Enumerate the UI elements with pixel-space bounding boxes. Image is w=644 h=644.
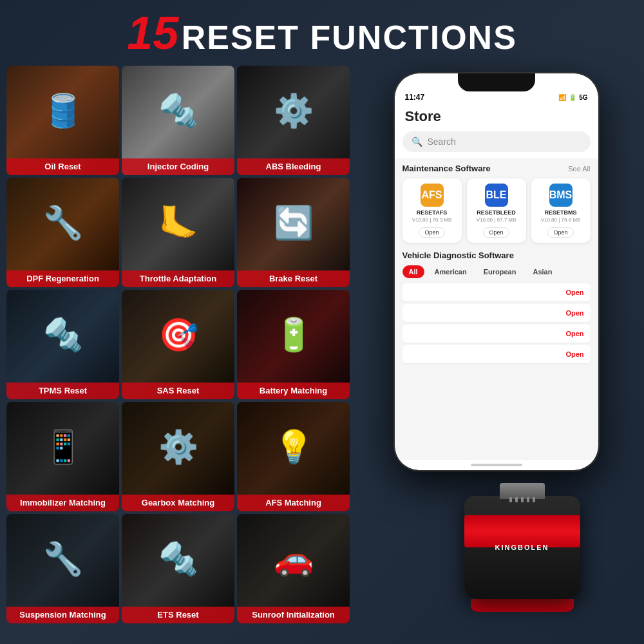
obd-connector <box>500 483 545 499</box>
tpms-reset-icon: 🔩 <box>6 290 119 380</box>
filter-tab-european[interactable]: European <box>477 265 523 278</box>
vehicle-diag-title: Vehicle Diagnostic Software <box>402 251 514 260</box>
sw-card-0: AFS RESETAFS V10.80 | 70.3 MB Open <box>402 178 462 243</box>
filter-tab-american[interactable]: American <box>428 265 473 278</box>
see-all-link[interactable]: See All <box>568 165 590 173</box>
brake-reset-label: Brake Reset <box>237 270 350 287</box>
main-content: 🛢️ Oil Reset 🔩 Injector Coding ⚙️ ABS Bl… <box>6 66 638 638</box>
abs-bleeding-icon: ⚙️ <box>237 66 350 156</box>
vehicle-list: OpenOpenOpenOpen <box>402 283 591 363</box>
search-bar[interactable]: 🔍 Search <box>402 131 591 152</box>
vehicle-open-link-3[interactable]: Open <box>565 350 583 358</box>
vehicle-row-1: Open <box>402 304 591 322</box>
page-wrapper: 15 RESET FUNCTIONS 🛢️ Oil Reset 🔩 Inject… <box>0 0 644 644</box>
sw-open-btn-2[interactable]: Open <box>547 227 573 238</box>
filter-tabs: AllAmericanEuropeanAsian <box>402 265 591 278</box>
vehicle-open-link-2[interactable]: Open <box>565 330 583 337</box>
obd-pin <box>527 497 529 502</box>
ets-reset-icon: 🔩 <box>122 514 234 604</box>
sas-reset-tile[interactable]: 🎯 SAS Reset <box>122 290 234 399</box>
vehicle-open-link-1[interactable]: Open <box>565 309 583 317</box>
immobilizer-matching-label: Immobilizer Matching <box>6 495 119 511</box>
immobilizer-matching-tile[interactable]: 📱 Immobilizer Matching <box>6 402 119 511</box>
abs-bleeding-tile[interactable]: ⚙️ ABS Bleeding <box>237 66 350 175</box>
obd-pin <box>533 497 535 502</box>
sw-card-2: BMS RESETBMS V10.80 | 79.6 MB Open <box>531 178 591 243</box>
maintenance-title: Maintenance Software <box>402 164 491 173</box>
dpf-regeneration-tile[interactable]: 🔧 DPF Regeneration <box>6 178 119 287</box>
injector-coding-label: Injector Coding <box>122 158 234 175</box>
throttle-adaptation-label: Throttle Adaptation <box>122 270 234 287</box>
vehicle-diag-header: Vehicle Diagnostic Software <box>402 251 591 260</box>
oil-reset-icon: 🛢️ <box>6 66 119 156</box>
dpf-regeneration-icon: 🔧 <box>6 178 119 268</box>
store-title: Store <box>405 108 441 124</box>
search-placeholder: Search <box>428 137 456 147</box>
battery-matching-icon: 🔋 <box>237 290 350 380</box>
sw-name-2: RESETBMS <box>536 209 585 216</box>
sunroof-initialization-tile[interactable]: 🚗 Sunroof Initialization <box>237 514 350 623</box>
filter-tab-asian[interactable]: Asian <box>526 265 558 278</box>
obd-body: KINGBOLEN <box>464 496 580 599</box>
phone-time: 11:47 <box>405 93 425 102</box>
obd-pin <box>509 497 512 502</box>
throttle-adaptation-icon: 🦶 <box>122 178 234 268</box>
sw-version-1: V10.80 | 97.7 MB <box>472 217 521 223</box>
phone-bottom <box>395 460 598 470</box>
suspension-matching-label: Suspension Matching <box>6 607 119 623</box>
oil-reset-tile[interactable]: 🛢️ Oil Reset <box>6 66 119 175</box>
vehicle-open-link-0[interactable]: Open <box>565 289 583 296</box>
home-indicator <box>471 464 522 466</box>
vehicle-row-2: Open <box>402 325 591 343</box>
obd-pin <box>521 497 524 502</box>
functions-grid: 🛢️ Oil Reset 🔩 Injector Coding ⚙️ ABS Bl… <box>6 66 350 638</box>
vehicle-row-3: Open <box>402 345 591 363</box>
obd-pins <box>503 497 542 502</box>
sw-card-1: BLE RESETBLEED V10.80 | 97.7 MB Open <box>467 178 526 243</box>
software-cards: AFS RESETAFS V10.80 | 70.3 MB Open BLE R… <box>402 178 591 243</box>
obd-pin <box>515 497 518 502</box>
obd-device: KINGBOLEN <box>458 496 587 625</box>
sw-name-1: RESETBLEED <box>472 209 521 216</box>
ets-reset-label: ETS Reset <box>122 607 234 623</box>
battery-matching-tile[interactable]: 🔋 Battery Matching <box>237 290 350 399</box>
filter-tab-all[interactable]: All <box>402 265 424 278</box>
sw-name-0: RESETAFS <box>408 209 457 216</box>
sas-reset-label: SAS Reset <box>122 383 234 399</box>
injector-coding-icon: 🔩 <box>122 66 234 156</box>
search-icon: 🔍 <box>412 137 422 147</box>
injector-coding-tile[interactable]: 🔩 Injector Coding <box>122 66 234 175</box>
gearbox-matching-tile[interactable]: ⚙️ Gearbox Matching <box>122 402 234 511</box>
phone-body: Maintenance Software See All AFS RESETAF… <box>395 158 598 460</box>
sw-open-btn-1[interactable]: Open <box>483 227 509 238</box>
abs-bleeding-label: ABS Bleeding <box>237 158 350 175</box>
sas-reset-icon: 🎯 <box>122 290 234 380</box>
suspension-matching-tile[interactable]: 🔧 Suspension Matching <box>6 514 119 623</box>
signal-text: 5G <box>579 94 587 101</box>
battery-matching-label: Battery Matching <box>237 383 350 399</box>
afs-matching-icon: 💡 <box>237 402 350 492</box>
phone-search-area: 🔍 Search <box>395 131 598 158</box>
throttle-adaptation-tile[interactable]: 🦶 Throttle Adaptation <box>122 178 234 287</box>
gearbox-matching-icon: ⚙️ <box>122 402 234 492</box>
reset-text: RESET FUNCTIONS <box>182 19 517 56</box>
sunroof-initialization-label: Sunroof Initialization <box>237 607 350 623</box>
vehicle-row-0: Open <box>402 283 591 301</box>
tpms-reset-label: TPMS Reset <box>6 383 119 399</box>
maintenance-section-header: Maintenance Software See All <box>402 164 591 173</box>
afs-matching-label: AFS Matching <box>237 495 350 511</box>
obd-base <box>471 599 574 612</box>
oil-reset-label: Oil Reset <box>6 158 119 175</box>
obd-brand: KINGBOLEN <box>464 544 580 551</box>
phone-mockup: 11:47 📶 🔋 5G Store 🔍 <box>393 72 600 471</box>
gearbox-matching-label: Gearbox Matching <box>122 495 234 511</box>
sw-icon-0: AFS <box>421 184 444 207</box>
ets-reset-tile[interactable]: 🔩 ETS Reset <box>122 514 234 623</box>
wifi-icon: 📶 <box>558 94 566 101</box>
afs-matching-tile[interactable]: 💡 AFS Matching <box>237 402 350 511</box>
brake-reset-icon: 🔄 <box>237 178 350 268</box>
obd-red-strip: KINGBOLEN <box>464 515 580 547</box>
sw-open-btn-0[interactable]: Open <box>419 227 444 238</box>
tpms-reset-tile[interactable]: 🔩 TPMS Reset <box>6 290 119 399</box>
brake-reset-tile[interactable]: 🔄 Brake Reset <box>237 178 350 287</box>
